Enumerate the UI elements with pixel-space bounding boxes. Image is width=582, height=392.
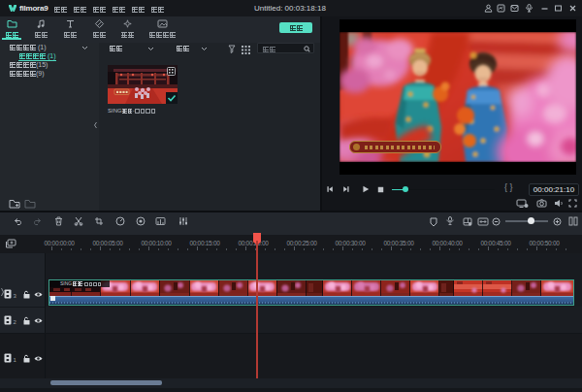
svg-text:3: 3 [14,293,17,299]
svg-text:1: 1 [14,357,17,363]
svg-text:2: 2 [14,319,17,325]
